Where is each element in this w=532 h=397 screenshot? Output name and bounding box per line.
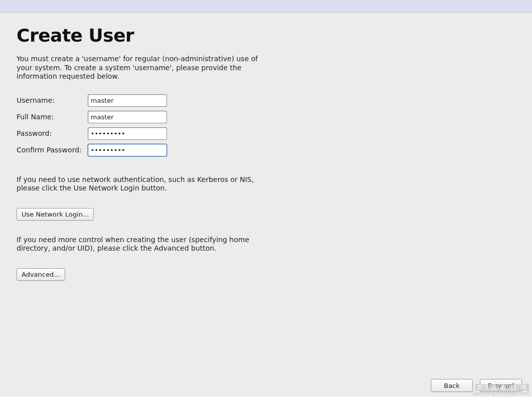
username-label: Username: (17, 94, 88, 107)
fullname-label: Full Name: (17, 111, 88, 123)
confirm-password-label: Confirm Password: (17, 144, 88, 156)
username-field[interactable] (88, 94, 167, 107)
confirm-password-field[interactable] (88, 144, 167, 156)
advanced-info: If you need more control when creating t… (17, 236, 264, 253)
user-form: Username: Full Name: Password: Confirm P… (17, 90, 167, 160)
back-button[interactable]: Back (431, 379, 473, 392)
password-field[interactable] (88, 127, 167, 140)
use-network-login-button[interactable]: Use Network Login... (17, 208, 94, 221)
intro-text: You must create a 'username' for regular… (17, 55, 264, 81)
footer-nav: Back Forward (431, 379, 522, 392)
forward-button[interactable]: Forward (480, 379, 522, 392)
top-bar (0, 0, 532, 13)
advanced-button[interactable]: Advanced... (17, 268, 65, 281)
main-content: Create User You must create a 'username'… (0, 13, 281, 281)
network-login-info: If you need to use network authenticatio… (17, 175, 264, 193)
page-title: Create User (17, 25, 264, 46)
password-label: Password: (17, 127, 88, 140)
fullname-field[interactable] (88, 111, 167, 123)
watermark-bottom: jiaocheng.chazidian.com (473, 391, 529, 396)
